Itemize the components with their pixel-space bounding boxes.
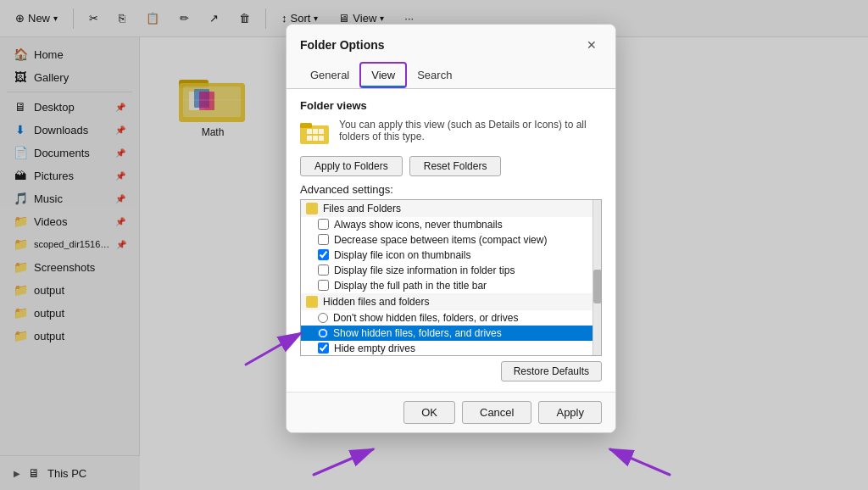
category-files-folders: Files and Folders: [301, 200, 601, 217]
tab-view[interactable]: View: [359, 62, 407, 88]
radio-dont-show-hidden[interactable]: [318, 313, 328, 323]
tab-general[interactable]: General: [300, 62, 359, 88]
setting-full-path[interactable]: Display the full path in the title bar: [301, 278, 601, 293]
dialog-tabs: General View Search: [287, 62, 615, 89]
checkbox-display-file-size[interactable]: [318, 264, 329, 276]
dialog-titlebar: Folder Options ✕: [287, 25, 615, 62]
dialog-overlay: Folder Options ✕ General View Search Fol…: [0, 0, 868, 490]
checkbox-always-show-icons[interactable]: [318, 219, 329, 230]
folder-views-icon: [300, 119, 331, 146]
setting-show-hidden[interactable]: Show hidden files, folders, and drives: [301, 326, 601, 341]
folder-views-label: Folder views: [300, 99, 602, 112]
svg-rect-10: [307, 129, 312, 134]
setting-always-show-icons[interactable]: Always show icons, never thumbnails: [301, 217, 601, 232]
cancel-button[interactable]: Cancel: [462, 401, 531, 424]
setting-display-file-icon[interactable]: Display file icon on thumbnails: [301, 248, 601, 263]
checkbox-display-file-icon[interactable]: [318, 249, 329, 260]
svg-rect-11: [313, 129, 318, 134]
svg-rect-8: [300, 125, 329, 144]
reset-folders-button[interactable]: Reset Folders: [409, 156, 502, 176]
svg-rect-14: [313, 136, 318, 141]
views-buttons-row: Apply to Folders Reset Folders: [300, 156, 602, 176]
tab-search[interactable]: Search: [407, 62, 462, 88]
category-hidden-files: Hidden files and folders: [301, 293, 601, 310]
setting-hide-empty-drives[interactable]: Hide empty drives: [301, 341, 601, 356]
dialog-title: Folder Options: [300, 38, 385, 52]
svg-rect-13: [307, 136, 312, 141]
scrollbar-track[interactable]: [593, 200, 601, 355]
folder-options-dialog: Folder Options ✕ General View Search Fol…: [286, 24, 616, 433]
category-folder-icon: [306, 203, 318, 214]
category-hidden-icon: [306, 296, 318, 308]
apply-to-folders-button[interactable]: Apply to Folders: [300, 156, 403, 176]
checkbox-decrease-space[interactable]: [318, 234, 329, 245]
scrollbar-thumb[interactable]: [593, 270, 602, 303]
folder-views-row: You can apply this view (such as Details…: [300, 119, 602, 146]
checkbox-full-path[interactable]: [318, 280, 329, 291]
restore-row: Restore Defaults: [300, 361, 602, 381]
folder-views-description: You can apply this view (such as Details…: [339, 119, 602, 142]
settings-list[interactable]: Files and Folders Always show icons, nev…: [300, 199, 602, 356]
ok-button[interactable]: OK: [403, 401, 455, 424]
setting-display-file-size[interactable]: Display file size information in folder …: [301, 263, 601, 278]
restore-defaults-button[interactable]: Restore Defaults: [501, 361, 602, 381]
apply-button[interactable]: Apply: [538, 401, 602, 424]
svg-rect-12: [319, 129, 324, 134]
svg-rect-15: [319, 136, 324, 141]
setting-decrease-space[interactable]: Decrease space between items (compact vi…: [301, 232, 601, 248]
checkbox-hide-empty-drives[interactable]: [318, 342, 329, 354]
dialog-footer: OK Cancel Apply: [287, 392, 615, 432]
dialog-close-button[interactable]: ✕: [581, 35, 602, 55]
advanced-settings-label: Advanced settings:: [300, 183, 602, 196]
dialog-body: Folder views You can apply this view (su…: [287, 89, 615, 392]
setting-dont-show-hidden[interactable]: Don't show hidden files, folders, or dri…: [301, 310, 601, 326]
svg-rect-9: [300, 123, 312, 128]
radio-show-hidden[interactable]: [318, 328, 328, 338]
